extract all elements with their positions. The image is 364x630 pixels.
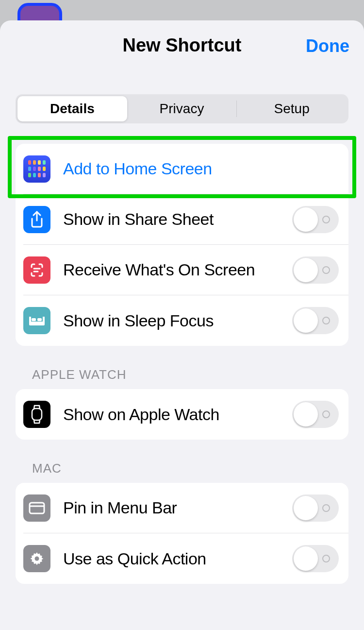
options-group-apple-watch: Show on Apple Watch: [16, 389, 348, 440]
quick-action-toggle[interactable]: [292, 545, 339, 572]
svg-rect-0: [29, 322, 45, 325]
pin-menu-bar-toggle[interactable]: [292, 494, 339, 522]
receive-screen-icon: [23, 256, 50, 284]
apple-watch-icon: [23, 401, 50, 428]
menu-bar-icon: [23, 494, 50, 522]
row-quick-action: Use as Quick Action: [23, 533, 348, 584]
add-to-home-screen-label: Add to Home Screen: [63, 158, 339, 179]
svg-rect-3: [32, 318, 36, 321]
svg-rect-6: [30, 503, 44, 513]
svg-rect-1: [29, 317, 31, 323]
share-icon: [23, 206, 50, 233]
row-receive-on-screen: Receive What's On Screen: [23, 245, 348, 295]
share-sheet-toggle[interactable]: [292, 206, 339, 233]
done-button[interactable]: Done: [306, 36, 349, 56]
row-add-to-home-screen[interactable]: Add to Home Screen: [23, 144, 348, 194]
share-sheet-label: Show in Share Sheet: [63, 208, 280, 230]
tab-privacy[interactable]: Privacy: [127, 96, 237, 121]
quick-action-label: Use as Quick Action: [63, 548, 280, 569]
row-apple-watch: Show on Apple Watch: [23, 389, 348, 440]
pin-menu-bar-label: Pin in Menu Bar: [63, 497, 280, 518]
sleep-focus-icon: [23, 307, 50, 334]
home-screen-icon: [23, 155, 50, 183]
options-group-main: Add to Home Screen Show in Share Sheet: [16, 144, 348, 346]
svg-rect-2: [43, 317, 45, 323]
row-sleep-focus: Show in Sleep Focus: [23, 295, 348, 346]
receive-on-screen-label: Receive What's On Screen: [63, 259, 280, 280]
svg-rect-5: [32, 409, 42, 420]
row-share-sheet: Show in Share Sheet: [23, 194, 348, 245]
row-pin-menu-bar: Pin in Menu Bar: [23, 483, 348, 533]
shortcut-settings-sheet: New Shortcut Done Details Privacy Setup …: [0, 20, 364, 630]
tab-setup[interactable]: Setup: [237, 96, 347, 121]
receive-on-screen-toggle[interactable]: [292, 256, 339, 284]
segmented-control: Details Privacy Setup: [16, 94, 348, 123]
apple-watch-toggle[interactable]: [292, 401, 339, 428]
quick-action-icon: [23, 545, 50, 572]
sleep-focus-toggle[interactable]: [292, 307, 339, 334]
section-title-apple-watch: APPLE WATCH: [32, 367, 340, 382]
tab-details[interactable]: Details: [17, 96, 127, 121]
section-title-mac: MAC: [32, 461, 340, 476]
sheet-header: New Shortcut Done: [0, 35, 364, 64]
sheet-title: New Shortcut: [123, 35, 242, 55]
options-group-mac: Pin in Menu Bar Use as Quick Action: [16, 483, 348, 584]
sleep-focus-label: Show in Sleep Focus: [63, 310, 280, 331]
svg-point-8: [35, 557, 39, 561]
svg-rect-4: [37, 318, 42, 321]
apple-watch-label: Show on Apple Watch: [63, 404, 280, 425]
